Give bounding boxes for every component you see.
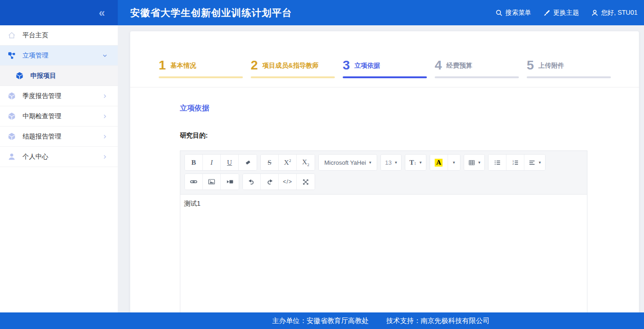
sidebar-item-project-management[interactable]: 立项管理 xyxy=(0,46,118,66)
step-number: 3 xyxy=(343,58,350,72)
step-label: 立项依据 xyxy=(355,62,380,72)
sidebar: 平台主页 立项管理 xyxy=(0,25,118,312)
cube-icon xyxy=(16,72,23,80)
font-size-group: 13 ▾ xyxy=(380,154,402,171)
caret-down-icon: ▾ xyxy=(395,160,397,165)
font-size-dropdown[interactable]: 13 ▾ xyxy=(381,155,401,170)
font-color-caret-button[interactable]: ▾ xyxy=(448,155,460,170)
research-purpose-label: 研究目的: xyxy=(180,132,639,140)
step-number: 5 xyxy=(527,58,534,72)
search-menu-label: 搜索菜单 xyxy=(506,9,531,17)
style-button-group: B I U xyxy=(184,154,257,171)
caret-down-icon: ▾ xyxy=(369,160,372,165)
change-theme-button[interactable]: 更换主题 xyxy=(543,9,579,17)
unordered-list-button[interactable] xyxy=(489,155,506,170)
svg-text:1: 1 xyxy=(512,159,514,162)
change-theme-label: 更换主题 xyxy=(553,9,579,17)
strikethrough-button[interactable]: S xyxy=(261,155,279,170)
misc-button-group: </> xyxy=(242,173,315,190)
wizard-step-budget[interactable]: 4 经费预算 xyxy=(435,58,527,87)
insert-video-button[interactable] xyxy=(221,174,239,190)
chevron-right-icon xyxy=(102,154,108,160)
cube-icon xyxy=(8,133,16,140)
caret-down-icon: ▾ xyxy=(539,160,541,165)
footer-organizer: 主办单位：安徽省教育厅高教处 xyxy=(272,317,369,325)
insert-table-dropdown[interactable]: ▾ xyxy=(464,155,485,170)
table-group: ▾ xyxy=(464,154,485,171)
clear-format-button[interactable] xyxy=(239,155,257,170)
step-label: 上传附件 xyxy=(539,62,564,72)
sidebar-item-platform-home[interactable]: 平台主页 xyxy=(0,25,118,46)
sidebar-item-personal-center[interactable]: 个人中心 xyxy=(0,147,118,167)
script-button-group: S X2 X2 xyxy=(260,154,315,171)
sidebar-item-label: 平台主页 xyxy=(23,31,48,40)
step-wizard: 1 基本情况 2 项目成员&指导教师 3 立项依据 xyxy=(130,31,639,87)
main-content: 1 基本情况 2 项目成员&指导教师 3 立项依据 xyxy=(118,25,644,312)
code-view-button[interactable]: </> xyxy=(279,174,297,190)
search-menu-button[interactable]: 搜索菜单 xyxy=(495,9,531,17)
sidebar-header: « xyxy=(0,0,118,25)
italic-button[interactable]: I xyxy=(203,155,221,170)
superscript-button[interactable]: X2 xyxy=(279,155,297,170)
sidebar-item-quarterly-report[interactable]: 季度报告管理 xyxy=(0,86,118,106)
editor-toolbar: B I U xyxy=(180,151,587,195)
sidebar-item-label: 季度报告管理 xyxy=(23,92,61,100)
chevron-right-icon xyxy=(102,134,108,139)
cube-icon xyxy=(8,92,16,100)
table-icon xyxy=(468,159,475,166)
wizard-step-attachments[interactable]: 5 上传附件 xyxy=(527,58,619,87)
sidebar-item-midterm-check[interactable]: 中期检查管理 xyxy=(0,106,118,127)
insert-link-button[interactable] xyxy=(185,174,203,190)
paragraph-align-dropdown[interactable]: ▾ xyxy=(524,155,545,170)
underline-button[interactable]: U xyxy=(221,155,239,170)
share-nodes-icon xyxy=(8,52,16,59)
bold-button[interactable]: B xyxy=(185,155,203,170)
undo-button[interactable] xyxy=(243,174,261,190)
font-color-button[interactable]: A xyxy=(430,155,448,170)
step-label: 基本情况 xyxy=(171,62,196,72)
collapse-sidebar-icon[interactable]: « xyxy=(99,7,105,18)
header-actions: 搜索菜单 更换主题 您好, STU01 xyxy=(495,9,638,17)
user-menu[interactable]: 您好, STU01 xyxy=(591,9,638,17)
user-greeting: 您好, STU01 xyxy=(601,9,638,17)
insert-button-group xyxy=(184,173,239,190)
section-title: 立项依据 xyxy=(180,104,639,113)
sidebar-item-label: 申报项目 xyxy=(30,72,56,80)
step-number: 4 xyxy=(435,58,442,72)
step-progress-bar xyxy=(159,76,243,78)
user-icon xyxy=(591,9,598,17)
insert-image-button[interactable] xyxy=(203,174,221,190)
redo-button[interactable] xyxy=(261,174,279,190)
ordered-list-button[interactable]: 1 2 xyxy=(506,155,524,170)
sidebar-item-final-report[interactable]: 结题报告管理 xyxy=(0,127,118,147)
editor-content[interactable]: 测试1 xyxy=(180,195,587,312)
subscript-button[interactable]: X2 xyxy=(297,155,315,170)
theme-brush-icon xyxy=(543,9,551,17)
list-ol-icon: 1 2 xyxy=(512,159,519,166)
sidebar-item-label: 中期检查管理 xyxy=(23,112,61,121)
font-family-dropdown[interactable]: Microsoft YaHei ▾ xyxy=(319,155,377,170)
caret-down-icon: ▾ xyxy=(453,160,455,165)
line-height-dropdown[interactable]: T↕ ▾ xyxy=(405,155,426,170)
page-footer: 主办单位：安徽省教育厅高教处 技术支持：南京先极科技有限公司 xyxy=(0,312,644,329)
wizard-step-members-teachers[interactable]: 2 项目成员&指导教师 xyxy=(251,58,343,87)
sidebar-item-declare-project[interactable]: 申报项目 xyxy=(0,66,118,86)
sidebar-item-label: 立项管理 xyxy=(23,52,48,60)
step-label: 经费预算 xyxy=(447,62,472,72)
eraser-icon xyxy=(245,159,251,166)
rich-text-editor: B I U xyxy=(180,150,587,312)
undo-icon xyxy=(248,178,255,185)
caret-down-icon: ▾ xyxy=(478,160,481,165)
link-icon xyxy=(190,178,197,185)
step-progress-bar xyxy=(251,76,335,78)
wizard-step-basic-info[interactable]: 1 基本情况 xyxy=(159,58,251,87)
sidebar-item-label: 个人中心 xyxy=(23,153,48,161)
top-header: 安徽省大学生创新创业训练计划平台 搜索菜单 更换主题 xyxy=(118,0,644,25)
wizard-step-project-basis[interactable]: 3 立项依据 xyxy=(343,58,435,87)
fullscreen-button[interactable] xyxy=(297,174,315,190)
project-basis-form: 立项依据 研究目的: B I U xyxy=(130,87,639,312)
line-height-group: T↕ ▾ xyxy=(405,154,426,171)
svg-text:2: 2 xyxy=(512,162,514,165)
list-ul-icon xyxy=(494,159,501,166)
sidebar-item-label: 结题报告管理 xyxy=(23,133,61,141)
